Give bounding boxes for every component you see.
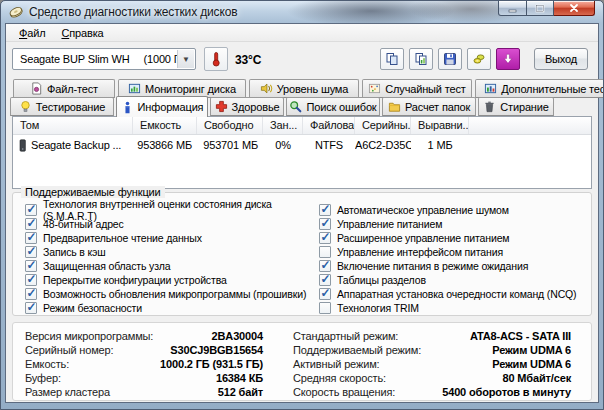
checkbox[interactable] [319, 246, 331, 258]
feature-smart[interactable]: Технология внутренней оценки состояния д… [25, 203, 315, 217]
update-button[interactable] [496, 48, 520, 70]
info-icon [121, 101, 134, 114]
copy-icon [385, 52, 399, 66]
feature-ncq[interactable]: Аппаратная установка очередности команд … [319, 287, 591, 301]
column-header-alignment[interactable]: Выравни... [411, 117, 469, 134]
feature-write-cache[interactable]: Запись в кэш [25, 245, 315, 259]
client-area: Файл Справка Seagate BUP Slim WH (1000 Г… [5, 23, 599, 403]
file-test-icon [30, 82, 43, 95]
menu-help[interactable]: Справка [54, 25, 110, 41]
column-header-volume[interactable]: Том [13, 117, 133, 134]
tab-erase[interactable]: Стирание [478, 97, 554, 116]
column-header-used[interactable]: Зан... [263, 117, 303, 134]
volume-used: 0% [263, 139, 303, 151]
window-controls [498, 1, 595, 16]
volumes-header: Том Емкость Свободно Зан... Файлова... С… [13, 117, 591, 135]
menu-file[interactable]: Файл [12, 25, 52, 41]
checkbox[interactable] [25, 232, 37, 244]
download-arrow-icon [502, 53, 514, 65]
detail-buffer: Буфер:16384 КБ [25, 371, 263, 385]
trash-icon [483, 100, 496, 113]
checkbox[interactable] [25, 288, 37, 300]
feature-read-lookahead[interactable]: Предварительное чтение данных [25, 231, 315, 245]
disk-monitor-icon [128, 82, 141, 95]
feature-firmware-upgrade[interactable]: Возможность обновления микропрограммы (п… [25, 287, 315, 301]
column-header-capacity[interactable]: Емкость [133, 117, 197, 134]
chevron-down-icon[interactable]: ▼ [177, 50, 194, 68]
volume-alignment: 1 МБ [411, 139, 469, 151]
titlebar[interactable]: Средство диагностики жестких дисков [1, 1, 603, 23]
supported-features-group: Поддерживаемые функции Технология внутре… [12, 192, 592, 316]
checkbox[interactable] [25, 204, 37, 216]
checkbox[interactable] [319, 288, 331, 300]
feature-apm[interactable]: Расширенное управление питанием [319, 231, 591, 245]
feature-hpa[interactable]: Защищенная область узла [25, 259, 315, 273]
temperature-value: 33°C [235, 53, 261, 67]
tab-file-test[interactable]: Файл-тест [13, 79, 115, 98]
temperature-button[interactable] [204, 47, 228, 71]
close-button[interactable] [554, 1, 595, 16]
feature-dco[interactable]: Перекрытие конфигурации устройства [25, 273, 315, 287]
tab-noise-level[interactable]: Уровень шума [249, 79, 359, 98]
checkbox[interactable] [25, 260, 37, 272]
checkbox[interactable] [25, 302, 37, 314]
volumes-list: Том Емкость Свободно Зан... Файлова... С… [12, 116, 592, 189]
feature-power-up-standby[interactable]: Включение питания в режиме ожидания [319, 259, 591, 273]
hdd-icon [19, 139, 27, 152]
checkbox[interactable] [319, 204, 331, 216]
checkbox[interactable] [319, 260, 331, 272]
drive-details-panel: Версия микропрограммы:2BA30004 Серийный … [12, 322, 592, 401]
details-right-column: Стандартный режим:ATA8-ACS - SATA III По… [263, 329, 591, 400]
drive-name: Seagate BUP Slim WH [20, 53, 129, 65]
exit-button[interactable]: Выход [534, 48, 588, 70]
detail-cluster-size: Размер кластера512 байт [25, 385, 263, 399]
details-left-column: Версия микропрограммы:2BA30004 Серийный … [13, 329, 263, 400]
feature-security-mode[interactable]: Режим безопасности [25, 301, 315, 315]
column-header-serial[interactable]: Серийны... [355, 117, 411, 134]
app-icon [8, 4, 24, 20]
column-header-free[interactable]: Свободно [197, 117, 263, 134]
save-icon [443, 52, 457, 66]
checkbox[interactable] [319, 218, 331, 230]
feature-aam[interactable]: Автоматическое управление шумом [319, 203, 591, 217]
feature-trim[interactable]: Технология TRIM [319, 301, 591, 315]
tab-information[interactable]: Информация [116, 96, 208, 117]
speaker-icon [260, 82, 273, 95]
table-row[interactable]: Seagate Backup ... 953866 МБ 953701 МБ 0… [13, 135, 591, 155]
coins-icon [472, 52, 486, 66]
column-header-filesystem[interactable]: Файлова... [303, 117, 355, 134]
tab-extra-tests[interactable]: Дополнительные тесты [475, 79, 604, 98]
tab-error-scan[interactable]: Поиск ошибок [286, 97, 380, 116]
checkbox[interactable] [319, 232, 331, 244]
copy-screenshot-button[interactable] [409, 48, 433, 70]
group-title: Поддерживаемые функции [21, 186, 165, 198]
feature-interface-power[interactable]: Управление интерфейсом питания [319, 245, 591, 259]
feature-partition-tables[interactable]: Таблицы разделов [319, 273, 591, 287]
checkbox[interactable] [25, 246, 37, 258]
feature-48bit[interactable]: 48-битный адрес [25, 217, 315, 231]
volume-capacity: 953866 МБ [133, 139, 197, 151]
detail-standard-mode: Стандартный режим:ATA8-ACS - SATA III [293, 329, 571, 343]
checkbox[interactable] [25, 218, 37, 230]
features-right-column: Автоматическое управление шумом Управлен… [315, 203, 591, 315]
save-screenshot-button[interactable] [438, 48, 462, 70]
minimize-button[interactable] [498, 1, 527, 16]
toolbar-buttons [380, 48, 520, 70]
copy-text-button[interactable] [380, 48, 404, 70]
detail-serial: Серийный номер:S30CJ9BGB15654 [25, 343, 263, 357]
drive-select[interactable]: Seagate BUP Slim WH (1000 ГБ) ▼ [12, 48, 196, 70]
checkbox[interactable] [319, 274, 331, 286]
volume-serial: A6C2-D35C [355, 139, 411, 151]
tab-folder-usage[interactable]: Расчет папок [382, 97, 476, 116]
feature-power-management[interactable]: Управление питанием [319, 217, 591, 231]
checkbox[interactable] [25, 274, 37, 286]
tab-testing[interactable]: Тестирование [10, 97, 114, 116]
maximize-button[interactable] [527, 1, 554, 16]
tab-random-test[interactable]: Случайный тест [362, 79, 472, 98]
toolbar: Seagate BUP Slim WH (1000 ГБ) ▼ 33°C [6, 43, 598, 77]
checkbox[interactable] [319, 302, 331, 314]
volume-free: 953701 МБ [197, 139, 263, 151]
register-button[interactable] [467, 48, 491, 70]
tab-health[interactable]: Здоровье [210, 97, 284, 116]
detail-firmware: Версия микропрограммы:2BA30004 [25, 329, 263, 343]
